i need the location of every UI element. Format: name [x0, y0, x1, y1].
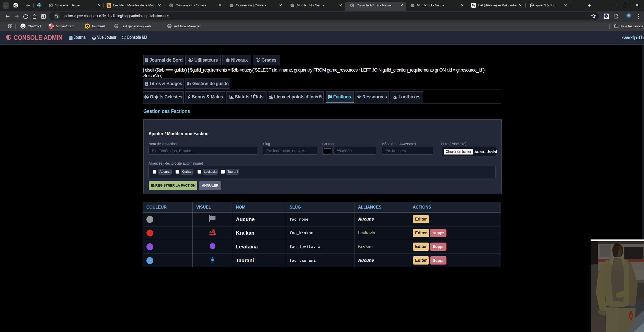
svg-text:W: W — [38, 4, 41, 7]
